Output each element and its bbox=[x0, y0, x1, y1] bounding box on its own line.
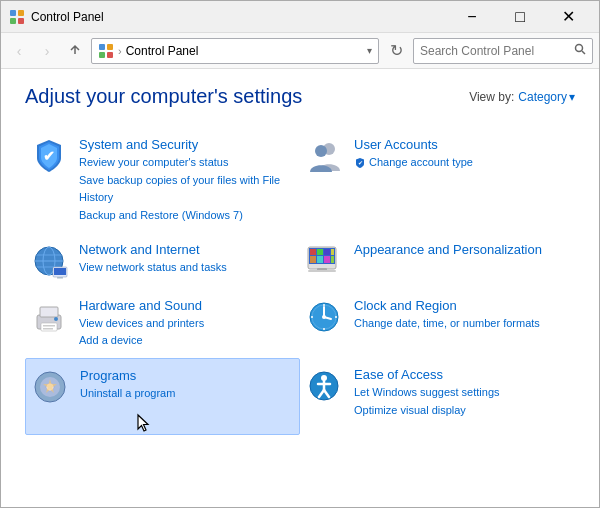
svg-point-39 bbox=[54, 317, 58, 321]
svg-rect-37 bbox=[43, 325, 55, 327]
close-button[interactable]: ✕ bbox=[545, 1, 591, 33]
category-programs[interactable]: Programs Uninstall a program bbox=[25, 358, 300, 435]
user-accounts-link-1[interactable]: Change account type bbox=[369, 154, 473, 172]
clock-region-text: Clock and Region Change date, time, or n… bbox=[354, 297, 567, 333]
svg-text:✔: ✔ bbox=[358, 160, 363, 166]
svg-rect-38 bbox=[43, 328, 53, 330]
appearance-icon bbox=[304, 241, 344, 281]
category-network-internet[interactable]: Network and Internet View network status… bbox=[25, 233, 300, 289]
network-internet-text: Network and Internet View network status… bbox=[79, 241, 292, 277]
path-icon bbox=[98, 43, 114, 59]
svg-rect-31 bbox=[331, 256, 334, 263]
user-accounts-icon bbox=[304, 136, 344, 176]
ease-access-text: Ease of Access Let Windows suggest setti… bbox=[354, 366, 567, 419]
user-accounts-shield-icon: ✔ bbox=[354, 157, 366, 169]
svg-rect-4 bbox=[99, 44, 105, 50]
user-accounts-title[interactable]: User Accounts bbox=[354, 137, 438, 152]
system-security-text: System and Security Review your computer… bbox=[79, 136, 292, 225]
svg-rect-5 bbox=[107, 44, 113, 50]
clock-region-link-1[interactable]: Change date, time, or number formats bbox=[354, 315, 567, 333]
svg-rect-1 bbox=[18, 10, 24, 16]
viewby-label: View by: bbox=[469, 90, 514, 104]
system-security-icon: ✔ bbox=[29, 136, 69, 176]
window-controls: − □ ✕ bbox=[449, 1, 591, 33]
hardware-sound-title[interactable]: Hardware and Sound bbox=[79, 298, 202, 313]
hardware-sound-link-1[interactable]: View devices and printers bbox=[79, 315, 292, 333]
system-security-link-1[interactable]: Review your computer's status bbox=[79, 154, 292, 172]
svg-rect-26 bbox=[324, 249, 330, 255]
category-clock-region[interactable]: Clock and Region Change date, time, or n… bbox=[300, 289, 575, 358]
address-path[interactable]: › Control Panel ▾ bbox=[91, 38, 379, 64]
search-icon[interactable] bbox=[574, 43, 586, 58]
svg-line-9 bbox=[582, 51, 585, 54]
svg-rect-30 bbox=[324, 256, 330, 263]
hardware-sound-icon bbox=[29, 297, 69, 337]
page-title: Adjust your computer's settings bbox=[25, 85, 302, 108]
title-bar: Control Panel − □ ✕ bbox=[1, 1, 599, 33]
user-accounts-text: User Accounts ✔ Change account type bbox=[354, 136, 567, 172]
search-input[interactable] bbox=[420, 44, 574, 58]
ease-access-link-2[interactable]: Optimize visual display bbox=[354, 402, 567, 420]
category-system-security[interactable]: ✔ System and Security Review your comput… bbox=[25, 128, 300, 233]
svg-rect-36 bbox=[41, 323, 57, 331]
svg-rect-33 bbox=[308, 270, 336, 272]
network-internet-icon bbox=[29, 241, 69, 281]
svg-rect-35 bbox=[40, 307, 58, 317]
system-security-link-3[interactable]: Backup and Restore (Windows 7) bbox=[79, 207, 292, 225]
svg-rect-29 bbox=[317, 256, 323, 263]
maximize-button[interactable]: □ bbox=[497, 1, 543, 33]
programs-link-1[interactable]: Uninstall a program bbox=[80, 385, 291, 403]
forward-button[interactable]: › bbox=[35, 39, 59, 63]
hardware-sound-link-2[interactable]: Add a device bbox=[79, 332, 292, 350]
hardware-sound-text: Hardware and Sound View devices and prin… bbox=[79, 297, 292, 350]
path-text: Control Panel bbox=[126, 44, 363, 58]
minimize-button[interactable]: − bbox=[449, 1, 495, 33]
category-ease-access[interactable]: Ease of Access Let Windows suggest setti… bbox=[300, 358, 575, 435]
ease-access-title[interactable]: Ease of Access bbox=[354, 367, 443, 382]
mouse-cursor bbox=[136, 413, 152, 433]
viewby-dropdown[interactable]: Category ▾ bbox=[518, 90, 575, 104]
svg-point-44 bbox=[322, 315, 326, 319]
appearance-title[interactable]: Appearance and Personalization bbox=[354, 242, 542, 257]
view-by-control: View by: Category ▾ bbox=[469, 90, 575, 104]
clock-region-title[interactable]: Clock and Region bbox=[354, 298, 457, 313]
category-appearance[interactable]: Appearance and Personalization bbox=[300, 233, 575, 289]
svg-point-12 bbox=[315, 145, 327, 157]
back-button[interactable]: ‹ bbox=[7, 39, 31, 63]
address-bar: ‹ › › Control Panel ▾ ↻ bbox=[1, 33, 599, 69]
ease-access-link-1[interactable]: Let Windows suggest settings bbox=[354, 384, 567, 402]
svg-rect-6 bbox=[99, 52, 105, 58]
main-content: Adjust your computer's settings View by:… bbox=[1, 69, 599, 507]
svg-rect-0 bbox=[10, 10, 16, 16]
svg-rect-20 bbox=[54, 268, 66, 275]
svg-rect-24 bbox=[310, 249, 316, 255]
refresh-button[interactable]: ↻ bbox=[383, 38, 409, 64]
main-window: Control Panel − □ ✕ ‹ › › Control Panel … bbox=[0, 0, 600, 508]
svg-rect-21 bbox=[57, 277, 63, 279]
system-security-title[interactable]: System and Security bbox=[79, 137, 198, 152]
programs-icon bbox=[30, 367, 70, 407]
network-internet-link-1[interactable]: View network status and tasks bbox=[79, 259, 292, 277]
title-bar-icon bbox=[9, 9, 25, 25]
svg-point-8 bbox=[576, 45, 583, 52]
programs-text: Programs Uninstall a program bbox=[80, 367, 291, 426]
network-internet-title[interactable]: Network and Internet bbox=[79, 242, 200, 257]
svg-rect-28 bbox=[310, 256, 316, 263]
up-icon bbox=[68, 44, 82, 58]
search-box[interactable] bbox=[413, 38, 593, 64]
svg-rect-25 bbox=[317, 249, 323, 255]
category-user-accounts[interactable]: User Accounts ✔ Change account type bbox=[300, 128, 575, 233]
category-hardware-sound[interactable]: Hardware and Sound View devices and prin… bbox=[25, 289, 300, 358]
path-dropdown-arrow[interactable]: ▾ bbox=[367, 45, 372, 56]
ease-access-icon bbox=[304, 366, 344, 406]
system-security-link-2[interactable]: Save backup copies of your files with Fi… bbox=[79, 172, 292, 207]
svg-rect-27 bbox=[331, 249, 334, 255]
svg-rect-3 bbox=[18, 18, 24, 24]
header-row: Adjust your computer's settings View by:… bbox=[25, 85, 575, 108]
clock-region-icon bbox=[304, 297, 344, 337]
up-button[interactable] bbox=[63, 39, 87, 63]
svg-rect-2 bbox=[10, 18, 16, 24]
svg-rect-7 bbox=[107, 52, 113, 58]
window-title: Control Panel bbox=[31, 10, 449, 24]
programs-title[interactable]: Programs bbox=[80, 368, 136, 383]
